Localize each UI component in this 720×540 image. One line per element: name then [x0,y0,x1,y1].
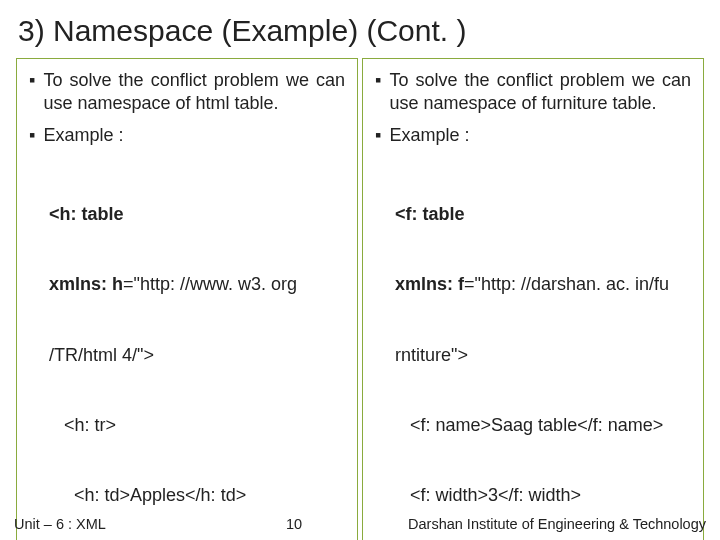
bullet-text: Example : [43,124,345,147]
bullet-item: ▪ Example : [375,124,691,147]
footer-institute: Darshan Institute of Engineering & Techn… [382,516,706,532]
footer-unit: Unit – 6 : XML [14,516,106,532]
content-area: ▪ To solve the conflict problem we can u… [0,58,720,540]
code-text: <h: td>Apples</h: td> [49,484,345,507]
code-text: <h: tr> [49,414,345,437]
footer-page-number: 10 [106,516,382,532]
bullet-icon: ▪ [375,124,381,147]
code-block-right: <f: table xmlns: f="http: //darshan. ac.… [375,157,691,541]
code-block-left: <h: table xmlns: h="http: //www. w3. org… [29,157,345,541]
right-column: ▪ To solve the conflict problem we can u… [362,58,704,540]
code-text: ="http: //darshan. ac. in/fu [464,274,669,294]
code-text: /TR/html 4/"> [49,344,345,367]
code-text: <h: table [49,204,124,224]
code-text: ="http: //www. w3. org [123,274,297,294]
code-text: xmlns: f [395,274,464,294]
code-text: rntiture"> [395,344,691,367]
code-text: <f: table [395,204,465,224]
bullet-icon: ▪ [29,69,35,114]
left-column: ▪ To solve the conflict problem we can u… [16,58,358,540]
bullet-item: ▪ To solve the conflict problem we can u… [375,69,691,114]
code-text: <f: width>3</f: width> [395,484,691,507]
bullet-text: To solve the conflict problem we can use… [43,69,345,114]
bullet-text: To solve the conflict problem we can use… [389,69,691,114]
footer: Unit – 6 : XML 10 Darshan Institute of E… [0,510,720,540]
bullet-item: ▪ Example : [29,124,345,147]
slide-title: 3) Namespace (Example) (Cont. ) [0,0,720,58]
bullet-icon: ▪ [29,124,35,147]
code-text: xmlns: h [49,274,123,294]
code-text: <f: name>Saag table</f: name> [395,414,691,437]
bullet-text: Example : [389,124,691,147]
bullet-item: ▪ To solve the conflict problem we can u… [29,69,345,114]
bullet-icon: ▪ [375,69,381,114]
